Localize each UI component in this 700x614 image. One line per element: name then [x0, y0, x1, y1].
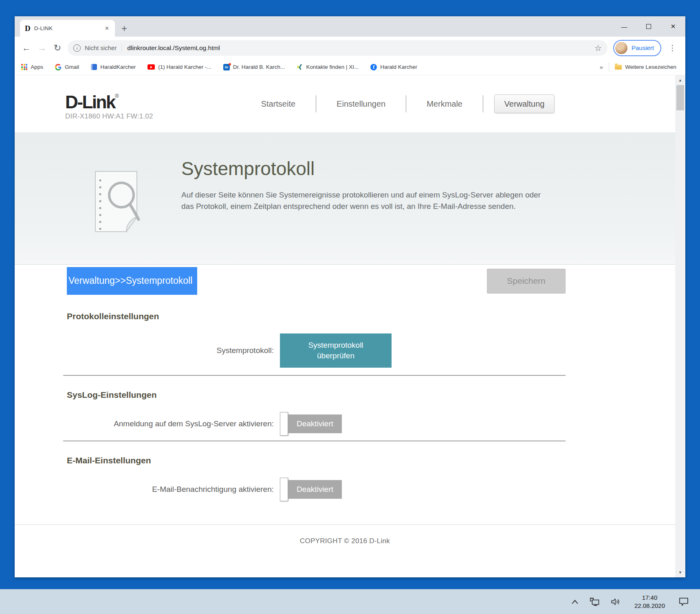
- copyright: COPYRIGHT © 2016 D-Link: [15, 537, 675, 545]
- email-toggle-row: E-Mail-Benachrichtigung aktivieren: Deak…: [15, 478, 675, 501]
- reload-icon: ↻: [54, 43, 61, 53]
- site-info-icon[interactable]: i: [73, 44, 81, 52]
- section-divider: [63, 375, 566, 376]
- page-description-line2: das Protokoll, einem Zeitplan entspreche…: [181, 201, 659, 212]
- bookmark-gmail[interactable]: Gmail: [55, 64, 79, 70]
- bookmark-label: Dr. Harald B. Karch...: [233, 64, 285, 70]
- minimize-icon: —: [621, 23, 627, 30]
- bookmark-label: (1) Harald Karcher -...: [158, 64, 211, 70]
- forward-arrow-icon: →: [37, 43, 46, 53]
- titlebar: D D-LINK ✕ + — ✕: [15, 16, 685, 37]
- registered-mark: ®: [115, 93, 119, 99]
- tab-close-icon[interactable]: ✕: [103, 24, 111, 32]
- brand-block: D-Link® DIR-X1860 HW:A1 FW:1.02: [65, 87, 153, 121]
- systemlog-label: Systemprotokoll:: [15, 346, 277, 355]
- tab-title: D-LINK: [34, 25, 103, 31]
- bookmark-star-icon[interactable]: ☆: [594, 43, 602, 53]
- dlink-logo: D-Link®: [65, 87, 153, 111]
- section-heading-syslog: SysLog-Einstellungen: [67, 390, 675, 400]
- toggle-knob[interactable]: [280, 478, 288, 501]
- xing-icon: [297, 64, 303, 70]
- bookmark-linkedin[interactable]: in Dr. Harald B. Karch...: [223, 64, 285, 70]
- system-tray: 17:40 22.08.2020: [571, 594, 689, 610]
- facebook-icon: f: [370, 64, 377, 70]
- bookmark-apps[interactable]: Apps: [21, 64, 43, 70]
- browser-toolbar: ← → ↻ i Nicht sicher dlinkrouter.local./…: [15, 37, 685, 59]
- minimize-button[interactable]: —: [612, 16, 636, 37]
- nav-verwaltung[interactable]: Verwaltung: [494, 94, 555, 113]
- device-model-label: DIR-X1860 HW:A1 FW:1.02: [65, 112, 153, 121]
- bookmark-label: Kontakte finden | XI...: [306, 64, 359, 70]
- new-tab-button[interactable]: +: [121, 24, 127, 33]
- bookmarks-overflow-button[interactable]: »: [600, 64, 603, 70]
- close-button[interactable]: ✕: [661, 16, 685, 37]
- section-heading-protokoll: Protokolleinstellungen: [67, 311, 675, 321]
- url-text[interactable]: dlinkrouter.local./SystemLog.html: [127, 44, 220, 52]
- volume-icon[interactable]: [611, 598, 621, 605]
- browser-window: D D-LINK ✕ + — ✕ ← → ↻ i Nicht sicher dl…: [15, 16, 685, 577]
- more-bookmarks-button[interactable]: Weitere Lesezeichen: [615, 64, 676, 70]
- check-systemlog-button-line2: überprüfen: [317, 351, 354, 361]
- check-systemlog-button-line1: Systemprotokoll: [308, 340, 363, 351]
- window-controls: — ✕: [612, 16, 685, 37]
- site-header: D-Link® DIR-X1860 HW:A1 FW:1.02 Startsei…: [15, 75, 675, 132]
- footer-divider: [15, 524, 675, 525]
- hero-banner: Systemprotokoll Auf dieser Seite können …: [15, 132, 675, 265]
- toggle-knob[interactable]: [280, 412, 288, 436]
- toggle-state-label: Deaktiviert: [288, 480, 342, 499]
- bookmark-xing[interactable]: Kontakte finden | XI...: [297, 64, 359, 70]
- bookmark-haraldkarcher[interactable]: HaraldKarcher: [91, 64, 136, 70]
- action-center-icon[interactable]: [679, 597, 689, 606]
- bookmark-youtube[interactable]: (1) Harald Karcher -...: [147, 64, 211, 70]
- linkedin-icon: in: [223, 64, 230, 70]
- router-page: D-Link® DIR-X1860 HW:A1 FW:1.02 Startsei…: [15, 75, 675, 577]
- maximize-button[interactable]: [636, 16, 661, 37]
- blue-site-icon: [91, 64, 97, 70]
- scroll-up-icon[interactable]: ▲: [675, 78, 685, 82]
- bookmarks-divider: [609, 63, 609, 72]
- taskbar-time: 17:40: [634, 594, 665, 602]
- taskbar-date: 22.08.2020: [634, 602, 665, 610]
- maximize-icon: [646, 24, 651, 29]
- syslog-toggle[interactable]: Deaktiviert: [280, 412, 342, 436]
- email-toggle[interactable]: Deaktiviert: [280, 478, 342, 501]
- nav-merkmale[interactable]: Merkmale: [406, 99, 483, 109]
- reload-button[interactable]: ↻: [50, 40, 65, 56]
- log-document-magnifier-icon: [92, 170, 147, 237]
- nav-startseite[interactable]: Startseite: [241, 99, 316, 109]
- taskbar-clock[interactable]: 17:40 22.08.2020: [634, 594, 665, 610]
- page-scrollbar[interactable]: ▲ ▼: [675, 75, 685, 577]
- forward-button[interactable]: →: [34, 40, 50, 56]
- avatar: [615, 42, 627, 54]
- back-button[interactable]: ←: [19, 40, 34, 56]
- page-viewport: D-Link® DIR-X1860 HW:A1 FW:1.02 Startsei…: [15, 75, 685, 577]
- breadcrumb[interactable]: Verwaltung>>Systemprotokoll: [67, 267, 197, 295]
- save-button[interactable]: Speichern: [487, 269, 566, 294]
- bookmark-label: Gmail: [65, 64, 79, 70]
- toggle-state-label: Deaktiviert: [288, 414, 342, 433]
- apps-grid-icon: [21, 64, 27, 70]
- settings-form: Protokolleinstellungen Systemprotokoll: …: [15, 297, 675, 577]
- bookmark-label: Harald Karcher: [380, 64, 417, 70]
- dlink-favicon-icon: D: [25, 24, 31, 33]
- google-g-icon: [55, 64, 62, 70]
- close-icon: ✕: [671, 23, 676, 30]
- chevron-up-icon[interactable]: [571, 599, 579, 604]
- address-bar[interactable]: i Nicht sicher dlinkrouter.local./System…: [68, 40, 608, 56]
- folder-icon: [615, 65, 622, 70]
- more-bookmarks-label: Weitere Lesezeichen: [625, 64, 676, 70]
- email-toggle-label: E-Mail-Benachrichtigung aktivieren:: [15, 485, 277, 494]
- scroll-down-icon[interactable]: ▼: [675, 570, 685, 575]
- check-systemlog-button[interactable]: Systemprotokoll überprüfen: [280, 333, 392, 368]
- main-nav: Startseite Einstellungen Merkmale Verwal…: [241, 94, 555, 113]
- nav-einstellungen[interactable]: Einstellungen: [316, 99, 406, 109]
- browser-menu-button[interactable]: ⋮: [665, 43, 680, 53]
- network-icon[interactable]: [590, 598, 600, 606]
- profile-status-label: Pausiert: [632, 44, 654, 51]
- profile-button[interactable]: Pausiert: [613, 40, 661, 56]
- bookmarks-bar: Apps Gmail HaraldKarcher (1) Harald Karc…: [15, 59, 685, 75]
- bookmark-facebook[interactable]: f Harald Karcher: [370, 64, 417, 70]
- scrollbar-thumb[interactable]: [676, 85, 684, 110]
- bookmark-label: HaraldKarcher: [100, 64, 136, 70]
- browser-tab[interactable]: D D-LINK ✕: [20, 20, 115, 37]
